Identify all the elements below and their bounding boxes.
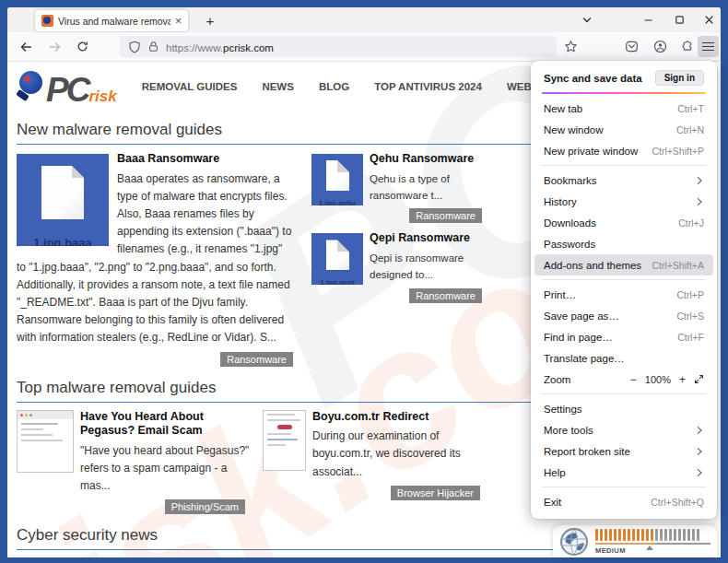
article-boyu-title[interactable]: Boyu.com.tr Redirect [312, 410, 480, 425]
menu-item-exit[interactable]: Exit Ctrl+Shift+Q [531, 491, 717, 512]
menu-label: Zoom [544, 374, 570, 385]
category-badge[interactable]: Ransomware [220, 352, 293, 367]
back-button[interactable] [15, 36, 36, 57]
menu-label: New tab [544, 103, 582, 114]
meter-bar [609, 529, 612, 541]
menu-item-save-page-as[interactable]: Save page as… Ctrl+S [531, 305, 717, 326]
article-pegasus-body: Have You Heard About Pegasus? Email Scam… [80, 410, 258, 515]
menu-item-passwords[interactable]: Passwords [531, 233, 717, 254]
zoom-out-button[interactable]: − [630, 374, 637, 385]
nav-blog[interactable]: BLOG [319, 81, 349, 92]
menu-label: Downloads [544, 217, 596, 229]
menu-item-report-broken-site[interactable]: Report broken site [531, 440, 717, 462]
menu-button[interactable] [698, 36, 719, 57]
menu-item-settings[interactable]: Settings [531, 398, 717, 419]
menu-label: Report broken site [544, 446, 630, 457]
menu-item-history[interactable]: History [531, 191, 717, 212]
menu-item-sync[interactable]: Sync and save data Sign in [531, 66, 717, 89]
file-icon [326, 160, 349, 191]
menu-item-help[interactable]: Help [531, 462, 717, 483]
menu-label: History [544, 196, 577, 207]
article-boyu-thumbnail[interactable] [263, 410, 306, 471]
menu-divider [542, 393, 706, 394]
menu-label: Settings [544, 404, 582, 415]
nav-top-antivirus[interactable]: TOP ANTIVIRUS 2024 [374, 81, 482, 92]
menu-label: Print… [544, 289, 576, 300]
chevron-right-icon [695, 176, 704, 185]
article-qepi: 1.jpg.qepi Qepi Ransomware Qepi is ranso… [311, 231, 482, 302]
menu-label: New private window [544, 146, 638, 157]
category-badge[interactable]: Ransomware [409, 288, 482, 303]
meter-bar [651, 529, 653, 541]
meter-bar [669, 529, 672, 541]
article-qepi-thumbnail[interactable]: 1.jpg.qepi [311, 233, 363, 285]
list-all-tabs-button[interactable] [575, 9, 599, 30]
pocket-icon [625, 40, 639, 53]
category-badge[interactable]: Phishing/Scam [165, 499, 245, 514]
menu-label: Find in page… [544, 332, 613, 343]
menu-item-more-tools[interactable]: More tools [531, 419, 717, 440]
menu-item-print[interactable]: Print… Ctrl+P [531, 284, 717, 305]
menu-label: Exit [544, 497, 561, 508]
forward-button[interactable] [44, 36, 65, 57]
meter-bar [683, 529, 686, 541]
article-qehu-thumbnail[interactable]: 1.jpg.qehu [311, 154, 363, 205]
pcrisk-logo[interactable]: PC risk [17, 70, 117, 103]
minimize-icon [643, 15, 653, 25]
nav-news[interactable]: NEWS [262, 81, 294, 92]
pocket-button[interactable] [621, 36, 642, 57]
meter-bar [664, 529, 667, 541]
shield-icon [128, 41, 141, 53]
new-tab-button[interactable]: + [201, 11, 219, 29]
article-boyu: Boyu.com.tr Redirect During our examinat… [263, 410, 480, 515]
menu-item-translate-page[interactable]: Translate page… [531, 347, 717, 369]
browser-tab[interactable]: Virus and malware removal inst × [35, 10, 188, 31]
menu-item-new-window[interactable]: New window Ctrl+N [531, 119, 717, 140]
badge-row: Phishing/Scam [80, 498, 245, 514]
meter-bar [600, 529, 603, 541]
extensions-button[interactable] [676, 36, 698, 57]
nav-removal-guides[interactable]: REMOVAL GUIDES [142, 81, 238, 92]
maximize-button[interactable] [667, 9, 691, 30]
url-scheme: https://www. [166, 42, 223, 53]
article-baaa-thumbnail[interactable]: 1.jpg.baaa [17, 154, 109, 246]
category-badge[interactable]: Browser Hijacker [391, 486, 480, 500]
screenshot-titlebar [18, 411, 73, 419]
reload-button[interactable] [72, 36, 93, 57]
article-pegasus-title[interactable]: Have You Heard About Pegasus? Email Scam [80, 410, 258, 439]
virus-activity-widget[interactable]: MEDIUM [553, 525, 717, 557]
reload-icon [76, 40, 89, 53]
menu-item-bookmarks[interactable]: Bookmarks [531, 170, 717, 191]
meter-bar [618, 529, 621, 541]
article-pegasus-thumbnail[interactable] [17, 410, 74, 473]
menu-label: New window [544, 124, 604, 135]
maximize-icon [675, 15, 685, 25]
zoom-level[interactable]: 100% [645, 374, 671, 385]
globe-icon [559, 527, 589, 557]
menu-item-downloads[interactable]: Downloads Ctrl+J [531, 212, 717, 233]
menu-shortcut: Ctrl+F [677, 332, 704, 343]
menu-label: More tools [544, 425, 593, 436]
meter-bar [655, 529, 658, 541]
address-bar[interactable]: https://www.pcrisk.com [120, 36, 557, 57]
menu-item-new-private-window[interactable]: New private window Ctrl+Shift+P [531, 140, 717, 161]
menu-item-find-in-page[interactable]: Find in page… Ctrl+F [531, 326, 717, 347]
account-button[interactable] [650, 36, 671, 57]
meter-bar [632, 529, 635, 541]
zoom-in-button[interactable]: + [679, 374, 686, 385]
bookmark-star-button[interactable] [560, 36, 581, 57]
menu-label: Help [544, 467, 566, 478]
screenshot-root: { "browser": { "tab_title": "Virus and m… [0, 0, 728, 563]
sign-in-button[interactable]: Sign in [655, 70, 704, 86]
menu-shortcut: Ctrl+Shift+P [652, 146, 704, 157]
menu-item-addons-and-themes[interactable]: Add-ons and themes Ctrl+Shift+A [534, 254, 713, 276]
category-badge[interactable]: Ransomware [409, 208, 482, 223]
menu-item-new-tab[interactable]: New tab Ctrl+T [531, 98, 717, 119]
chevron-right-icon [695, 197, 704, 206]
meter-bar [628, 529, 630, 541]
menu-shortcut: Ctrl+N [676, 124, 704, 135]
fullscreen-icon[interactable] [694, 374, 704, 384]
close-window-button[interactable] [697, 9, 721, 30]
minimize-button[interactable] [636, 9, 660, 30]
tab-close-icon[interactable]: × [175, 16, 182, 27]
